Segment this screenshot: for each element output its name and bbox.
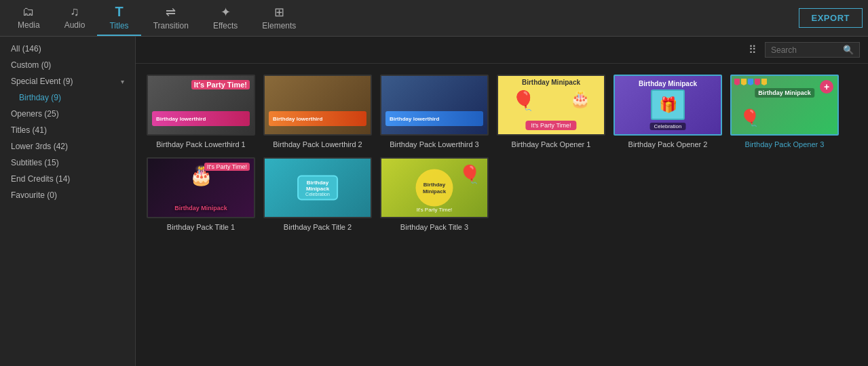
nav-transition[interactable]: ⇌ Transition: [141, 1, 201, 36]
nav-titles-label: Titles: [109, 21, 128, 30]
circle-badge-3: BirthdayMinipack: [416, 169, 453, 207]
nav-audio-label: Audio: [64, 20, 86, 30]
sidebar-item-birthday[interactable]: Birthday (9): [0, 89, 135, 106]
cake-icon: 🎂: [570, 89, 590, 108]
thumb-bg: Birthday Minipack 🎈 🎂 It's Party Time!: [498, 76, 604, 134]
item-label-title-2: Birthday Pack Title 2: [284, 222, 352, 232]
party-text-3: It's Party Time!: [417, 207, 453, 213]
thumbnail-lowerthird-1: It's Party Time! Birthday lowerthird: [147, 75, 255, 136]
nav-audio[interactable]: ♫ Audio: [52, 1, 98, 35]
grid-item-lowerthird-1[interactable]: It's Party Time! Birthday lowerthird Bir…: [147, 75, 255, 149]
grid-item-opener-1[interactable]: Birthday Minipack 🎈 🎂 It's Party Time! B…: [497, 75, 605, 149]
thumb-bg: Birthday Minipack 🎁 Celebration: [615, 76, 721, 134]
thumbnail-title-1: 🎂 Birthday Minipack It's Party Time!: [147, 157, 255, 218]
nav-effects[interactable]: ✦ Effects: [201, 1, 250, 36]
celebration-badge: Celebration: [650, 123, 686, 130]
balloon-icon: 🎈: [512, 89, 535, 112]
sidebar-item-special-event[interactable]: Special Event (9) ▾: [0, 73, 135, 89]
nav-transition-label: Transition: [153, 21, 189, 30]
party-badge: It's Party Time!: [191, 80, 250, 89]
grid-item-opener-3[interactable]: Birthday Minipack 🎈 + Birthday Pack Open…: [730, 75, 839, 149]
plus-circle: +: [820, 80, 833, 94]
grid-view-button[interactable]: ⠿: [746, 42, 759, 58]
thumbnail-title-2: Birthday Minipack Celebration: [263, 157, 372, 218]
media-icon: 🗂: [22, 5, 35, 19]
nav-media-label: Media: [18, 20, 40, 30]
thumb-bg: It's Party Time! Birthday lowerthird: [148, 76, 254, 134]
content-area: ⠿ 🔍 It's Party Time! Birthday lowerthird…: [136, 37, 868, 366]
grid-item-title-2[interactable]: Birthday Minipack Celebration Birthday P…: [263, 157, 372, 232]
thumb-bg: 🎂 Birthday Minipack It's Party Time!: [148, 159, 254, 217]
opener-text: Birthday Minipack: [639, 80, 697, 87]
sidebar-item-favourite[interactable]: Favourite (0): [0, 187, 135, 203]
lowerthird-bar: Birthday lowerthird: [385, 111, 483, 126]
top-navigation: 🗂 Media ♫ Audio T Titles ⇌ Transition ✦ …: [0, 0, 868, 37]
item-label-opener-2: Birthday Pack Opener 2: [628, 140, 708, 149]
thumbnail-lowerthird-3: Birthday lowerthird: [380, 75, 489, 136]
search-icon: 🔍: [843, 45, 854, 55]
elements-icon: ⊞: [274, 5, 284, 20]
grid-item-title-3[interactable]: 🎈 BirthdayMinipack It's Party Time! Birt…: [380, 157, 489, 232]
lowerthird-bar: Birthday lowerthird: [269, 111, 366, 126]
flag-2: [741, 79, 747, 85]
item-label-title-3: Birthday Pack Title 3: [400, 222, 468, 232]
grid-item-lowerthird-3[interactable]: Birthday lowerthird Birthday Pack Lowert…: [380, 75, 489, 149]
thumbnail-title-3: 🎈 BirthdayMinipack It's Party Time!: [380, 157, 489, 218]
items-grid: It's Party Time! Birthday lowerthird Bir…: [136, 64, 868, 243]
grid-item-lowerthird-2[interactable]: Birthday lowerthird Birthday Pack Lowert…: [263, 75, 372, 149]
lowerthird-bar: Birthday lowerthird: [152, 111, 250, 126]
search-input[interactable]: [771, 45, 840, 55]
content-toolbar: ⠿ 🔍: [136, 37, 868, 64]
item-label-opener-3: Birthday Pack Opener 3: [745, 140, 825, 149]
main-body: All (146) Custom (0) Special Event (9) ▾…: [0, 37, 868, 366]
sidebar-item-openers[interactable]: Openers (25): [0, 106, 135, 122]
export-button[interactable]: EXPORT: [799, 8, 863, 28]
item-label-lowerthird-2: Birthday Pack Lowerthird 2: [273, 140, 362, 149]
item-label-title-1: Birthday Pack Title 1: [167, 222, 235, 232]
balloon-icon-green: 🎈: [740, 108, 760, 127]
opener-badge: It's Party Time!: [525, 121, 576, 130]
title-badge-2: Birthday Minipack Celebration: [297, 176, 338, 201]
flag-4: [755, 79, 760, 85]
balloon-icon-yg: 🎈: [459, 164, 480, 185]
thumbnail-opener-2: Birthday Minipack 🎁 Celebration: [614, 75, 722, 136]
grid-item-opener-2[interactable]: Birthday Minipack 🎁 Celebration Birthday…: [614, 75, 722, 149]
nav-elements[interactable]: ⊞ Elements: [250, 1, 308, 36]
thumbnail-lowerthird-2: Birthday lowerthird: [263, 75, 372, 136]
thumb-bg: Birthday Minipack Celebration: [265, 159, 371, 217]
sidebar-item-custom[interactable]: Custom (0): [0, 57, 135, 73]
item-label-opener-1: Birthday Pack Opener 1: [512, 140, 591, 149]
audio-icon: ♫: [70, 5, 79, 19]
thumb-bg: Birthday lowerthird: [265, 76, 371, 134]
sidebar-item-lower-3rds[interactable]: Lower 3rds (42): [0, 138, 135, 155]
nav-elements-label: Elements: [262, 21, 296, 30]
nav-effects-label: Effects: [213, 21, 238, 30]
sidebar-item-titles[interactable]: Titles (41): [0, 122, 135, 138]
opener-text: Birthday Minipack: [522, 79, 580, 86]
grid-item-title-1[interactable]: 🎂 Birthday Minipack It's Party Time! Bir…: [147, 157, 255, 232]
gift-icon: 🎁: [651, 89, 685, 120]
thumb-bg: Birthday Minipack 🎈 +: [732, 76, 837, 134]
sidebar: All (146) Custom (0) Special Event (9) ▾…: [0, 37, 136, 366]
effects-icon: ✦: [221, 5, 231, 20]
titles-icon: T: [115, 4, 123, 20]
flag-1: [734, 79, 740, 85]
sidebar-item-subtitles[interactable]: Subtitles (15): [0, 155, 135, 171]
sidebar-special-event-label: Special Event (9): [11, 77, 73, 86]
thumbnail-opener-3: Birthday Minipack 🎈 +: [730, 75, 839, 136]
title-text-1: Birthday Minipack: [174, 205, 227, 211]
sidebar-item-end-credits[interactable]: End Credits (14): [0, 171, 135, 187]
nav-titles[interactable]: T Titles: [97, 0, 140, 36]
item-label-lowerthird-1: Birthday Pack Lowerthird 1: [156, 140, 245, 149]
sidebar-item-all[interactable]: All (146): [0, 41, 135, 57]
flag-3: [748, 79, 753, 85]
thumb-bg: 🎈 BirthdayMinipack It's Party Time!: [381, 159, 487, 217]
minipack-text: Birthday Minipack: [755, 88, 814, 98]
nav-media[interactable]: 🗂 Media: [5, 1, 52, 35]
search-box: 🔍: [765, 42, 860, 58]
thumbnail-opener-1: Birthday Minipack 🎈 🎂 It's Party Time!: [497, 75, 605, 136]
thumb-bg: Birthday lowerthird: [381, 76, 487, 134]
party-badge-title: It's Party Time!: [204, 163, 250, 171]
chevron-down-icon: ▾: [121, 78, 124, 85]
item-label-lowerthird-3: Birthday Pack Lowerthird 3: [390, 140, 478, 149]
